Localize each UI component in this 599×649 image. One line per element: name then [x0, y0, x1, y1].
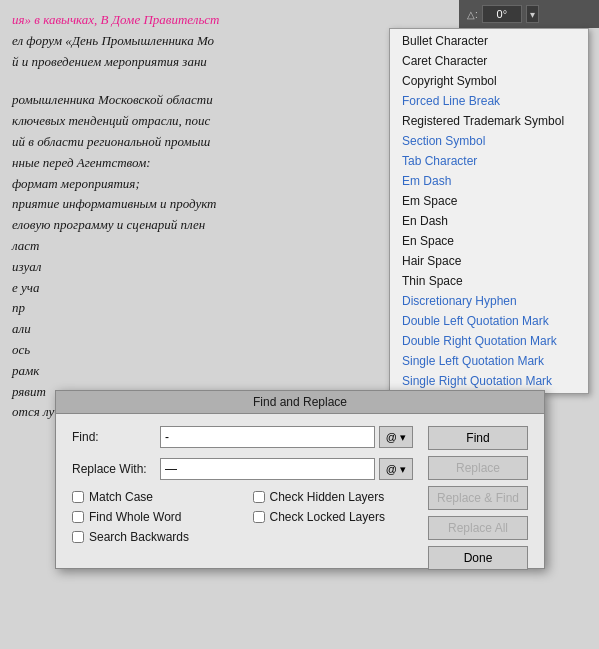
checkboxes-section: Match Case Check Hidden Layers Find Whol…	[72, 490, 413, 544]
check-hidden-checkbox[interactable]	[253, 491, 265, 503]
angle-input[interactable]	[482, 5, 522, 23]
replace-label: Replace With:	[72, 462, 152, 476]
angle-dropdown-btn[interactable]: ▾	[526, 5, 539, 23]
dropdown-item-em-dash[interactable]: Em Dash	[390, 171, 588, 191]
find-at-button[interactable]: @ ▾	[379, 426, 413, 448]
match-case-checkbox[interactable]	[72, 491, 84, 503]
find-whole-word-checkbox[interactable]	[72, 511, 84, 523]
search-backwards-text: Search Backwards	[89, 530, 189, 544]
check-locked-checkbox[interactable]	[253, 511, 265, 523]
find-label: Find:	[72, 430, 152, 444]
match-case-label[interactable]: Match Case	[72, 490, 233, 504]
dropdown-item-single-right-quote[interactable]: Single Right Quotation Mark	[390, 371, 588, 391]
replace-all-button: Replace All	[428, 516, 528, 540]
dropdown-item-section[interactable]: Section Symbol	[390, 131, 588, 151]
bg-text-line-1: ия» в кавычках, В Доме Правительст	[12, 12, 220, 27]
find-whole-word-text: Find Whole Word	[89, 510, 181, 524]
dropdown-item-tab[interactable]: Tab Character	[390, 151, 588, 171]
find-button[interactable]: Find	[428, 426, 528, 450]
special-characters-dropdown: Bullet Character Caret Character Copyrig…	[389, 28, 589, 394]
dialog-titlebar: Find and Replace	[56, 391, 544, 414]
find-row: Find: @ ▾	[72, 426, 413, 448]
find-replace-dialog: Find and Replace Find: @ ▾ Replace With:	[55, 390, 545, 569]
dropdown-item-en-dash[interactable]: En Dash	[390, 211, 588, 231]
dropdown-item-copyright[interactable]: Copyright Symbol	[390, 71, 588, 91]
dropdown-item-double-right-quote[interactable]: Double Right Quotation Mark	[390, 331, 588, 351]
dropdown-item-caret[interactable]: Caret Character	[390, 51, 588, 71]
replace-input-wrap: @ ▾	[160, 458, 413, 480]
dropdown-item-double-left-quote[interactable]: Double Left Quotation Mark	[390, 311, 588, 331]
dropdown-item-bullet[interactable]: Bullet Character	[390, 31, 588, 51]
replace-button: Replace	[428, 456, 528, 480]
find-input-wrap: @ ▾	[160, 426, 413, 448]
find-whole-word-label[interactable]: Find Whole Word	[72, 510, 233, 524]
dropdown-item-thin-space[interactable]: Thin Space	[390, 271, 588, 291]
check-hidden-layers-label[interactable]: Check Hidden Layers	[253, 490, 414, 504]
replace-input[interactable]	[160, 458, 375, 480]
check-locked-text: Check Locked Layers	[270, 510, 385, 524]
dropdown-item-em-space[interactable]: Em Space	[390, 191, 588, 211]
replace-at-button[interactable]: @ ▾	[379, 458, 413, 480]
dropdown-item-hair-space[interactable]: Hair Space	[390, 251, 588, 271]
dropdown-item-en-space[interactable]: En Space	[390, 231, 588, 251]
replace-row: Replace With: @ ▾	[72, 458, 413, 480]
angle-icon: △:	[467, 9, 478, 20]
dropdown-item-discretionary-hyphen[interactable]: Discretionary Hyphen	[390, 291, 588, 311]
check-locked-layers-label[interactable]: Check Locked Layers	[253, 510, 414, 524]
dialog-body: Find: @ ▾ Replace With: @ ▾	[56, 414, 544, 568]
search-backwards-checkbox[interactable]	[72, 531, 84, 543]
top-bar: △: ▾	[459, 0, 599, 28]
dropdown-item-registered[interactable]: Registered Trademark Symbol	[390, 111, 588, 131]
search-backwards-label[interactable]: Search Backwards	[72, 530, 233, 544]
check-hidden-text: Check Hidden Layers	[270, 490, 385, 504]
done-button[interactable]: Done	[428, 546, 528, 570]
dialog-main-content: Find: @ ▾ Replace With: @ ▾	[72, 426, 528, 544]
dialog-right-buttons: Find Replace Replace & Find Replace All …	[428, 426, 528, 570]
dialog-left-content: Find: @ ▾ Replace With: @ ▾	[72, 426, 413, 544]
find-input[interactable]	[160, 426, 375, 448]
dropdown-item-forced-line-break[interactable]: Forced Line Break	[390, 91, 588, 111]
replace-find-button: Replace & Find	[428, 486, 528, 510]
match-case-text: Match Case	[89, 490, 153, 504]
dropdown-item-single-left-quote[interactable]: Single Left Quotation Mark	[390, 351, 588, 371]
